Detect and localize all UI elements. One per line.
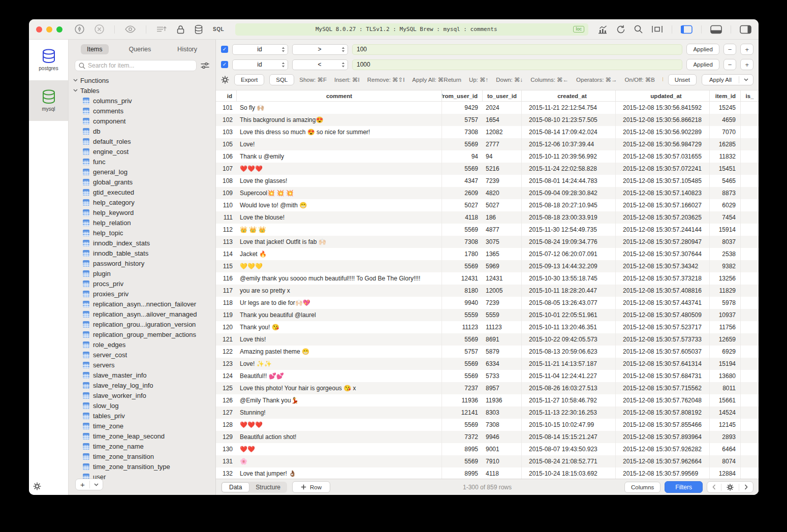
filter-value-input[interactable] — [352, 59, 682, 70]
table-item-slave_worker_info[interactable]: slave_worker_info — [69, 390, 215, 400]
applied-button[interactable]: Applied — [686, 44, 719, 55]
table-item-slow_log[interactable]: slow_log — [69, 400, 215, 411]
cell-item_id[interactable]: 5465 — [710, 175, 741, 187]
cell-item_id[interactable]: 2893 — [710, 431, 741, 443]
cell-item_id[interactable]: 12145 — [710, 419, 741, 431]
cell-id[interactable]: 123 — [216, 358, 237, 370]
cell-id[interactable]: 106 — [216, 150, 237, 163]
cell-to_user_id[interactable]: 4877 — [483, 224, 522, 236]
cell-comment[interactable]: 🌸 — [237, 455, 442, 467]
sql-button[interactable]: SQL — [269, 74, 294, 85]
cell-item_id[interactable]: 11829 — [710, 285, 741, 297]
cell-item_id[interactable]: 12659 — [710, 333, 741, 346]
cell-item_id[interactable]: 8037 — [710, 236, 741, 248]
settings-gear-icon[interactable] — [33, 482, 41, 490]
cell-from_user_id[interactable]: 5569 — [442, 333, 483, 346]
tab-items[interactable]: Items — [81, 44, 109, 54]
table-row[interactable]: 115💛💛💛556959692015-09-13 14:44:32.209201… — [216, 260, 759, 272]
columns-button[interactable]: Columns — [624, 482, 660, 493]
cell-updated_at[interactable]: 2015-12-08 15:30:57.641314 — [616, 358, 710, 370]
cell-from_user_id[interactable]: 5569 — [442, 455, 483, 467]
cell-from_user_id[interactable]: 1780 — [442, 248, 483, 260]
table-item-replication_asyn...ailover_managed[interactable]: replication_asyn...ailover_managed — [69, 309, 215, 319]
cell-updated_at[interactable]: 2015-12-08 15:30:57.893964 — [616, 431, 710, 443]
table-item-func[interactable]: func — [69, 157, 215, 167]
cell-is_[interactable] — [741, 150, 759, 163]
cell-item_id[interactable]: 15661 — [710, 394, 741, 406]
cell-to_user_id[interactable]: 9946 — [483, 431, 522, 443]
table-row[interactable]: 109Supercool💥 💥 💥260948202015-09-04 09:2… — [216, 187, 759, 199]
zoom-window-button[interactable] — [56, 26, 62, 33]
connection-mysql[interactable]: mysql — [29, 80, 68, 121]
cell-is_[interactable] — [741, 443, 759, 455]
table-item-columns_priv[interactable]: columns_priv — [69, 96, 215, 106]
cell-to_user_id[interactable]: 1365 — [483, 248, 522, 260]
cell-comment[interactable]: Love! ✨✨ — [237, 358, 442, 370]
cell-comment[interactable]: Beautiful action shot! — [237, 431, 442, 443]
cell-item_id[interactable]: 8011 — [710, 382, 741, 394]
cell-comment[interactable]: Love this photo! Your hair is gorgeous 😘… — [237, 382, 442, 394]
add-filter-button[interactable]: + — [740, 59, 753, 70]
structure-tab[interactable]: Structure — [249, 483, 287, 492]
cell-to_user_id[interactable]: 7239 — [483, 297, 522, 309]
cell-updated_at[interactable]: 2015-12-08 15:30:57.166027 — [616, 199, 710, 211]
cell-is_[interactable] — [741, 163, 759, 175]
cell-is_[interactable] — [741, 175, 759, 187]
cell-updated_at[interactable]: 2015-12-08 15:30:57.573733 — [616, 333, 710, 346]
cell-updated_at[interactable]: 2015-12-08 15:30:56.841592 — [616, 102, 710, 114]
cell-created_at[interactable]: 2015-08-10 21:23:57.505 — [522, 114, 616, 126]
cell-item_id[interactable]: 13256 — [710, 272, 741, 285]
table-item-default_roles[interactable]: default_roles — [69, 136, 215, 146]
table-row[interactable]: 130❤️❤️899590012015-08-07 19:43:50.92320… — [216, 443, 759, 455]
cell-from_user_id[interactable]: 12431 — [442, 272, 483, 285]
cell-comment[interactable]: Jacket 🔥 — [237, 248, 442, 260]
cell-updated_at[interactable]: 2015-12-08 15:30:57.031655 — [616, 150, 710, 163]
table-row[interactable]: 113Love that jacket! Outfit is fab 🙌🏻730… — [216, 236, 759, 248]
cell-is_[interactable] — [741, 370, 759, 382]
cell-to_user_id[interactable]: 11123 — [483, 321, 522, 333]
close-window-button[interactable] — [36, 26, 42, 33]
unset-button[interactable]: Unset — [668, 74, 697, 85]
cell-is_[interactable] — [741, 102, 759, 114]
cell-item_id[interactable]: 7454 — [710, 211, 741, 224]
cell-updated_at[interactable]: 2015-12-08 15:30:57.443741 — [616, 297, 710, 309]
cell-to_user_id[interactable]: 5559 — [483, 309, 522, 321]
filter-column-select[interactable]: id — [232, 44, 288, 55]
cell-is_[interactable] — [741, 126, 759, 138]
cell-item_id[interactable]: 11832 — [710, 150, 741, 163]
cell-from_user_id[interactable]: 7308 — [442, 236, 483, 248]
cell-comment[interactable]: Thank u @emily — [237, 150, 442, 163]
table-item-server_cost[interactable]: server_cost — [69, 350, 215, 360]
table-row[interactable]: 121Love this!556986912015-10-22 09:42:05… — [216, 333, 759, 346]
table-item-procs_priv[interactable]: procs_priv — [69, 278, 215, 289]
cell-updated_at[interactable]: 2015-12-08 15:30:57.072241 — [616, 163, 710, 175]
cell-updated_at[interactable]: 2015-12-08 15:30:57.203625 — [616, 211, 710, 224]
cell-is_[interactable] — [741, 309, 759, 321]
cell-comment[interactable]: 💛💛💛 — [237, 260, 442, 272]
search-icon[interactable] — [634, 25, 643, 34]
cell-to_user_id[interactable]: 1654 — [483, 114, 522, 126]
cell-id[interactable]: 102 — [216, 114, 237, 126]
cell-id[interactable]: 103 — [216, 126, 237, 138]
disconnect-icon[interactable] — [95, 24, 104, 34]
cell-from_user_id[interactable]: 8995 — [442, 443, 483, 455]
cell-comment[interactable]: ❤️❤️❤️ — [237, 419, 442, 431]
cell-id[interactable]: 125 — [216, 382, 237, 394]
cell-item_id[interactable]: 15914 — [710, 224, 741, 236]
table-item-help_category[interactable]: help_category — [69, 197, 215, 207]
cell-is_[interactable] — [741, 358, 759, 370]
data-tab[interactable]: Data — [222, 482, 249, 492]
table-item-help_keyword[interactable]: help_keyword — [69, 207, 215, 217]
cell-comment[interactable]: Love the glasses! — [237, 175, 442, 187]
cell-is_[interactable] — [741, 406, 759, 419]
table-item-component[interactable]: component — [69, 116, 215, 126]
cell-created_at[interactable]: 2015-09-04 09:28:30.842 — [522, 187, 616, 199]
cell-id[interactable]: 129 — [216, 431, 237, 443]
cell-to_user_id[interactable]: 8303 — [483, 406, 522, 419]
cell-from_user_id[interactable]: 7237 — [442, 382, 483, 394]
cell-item_id[interactable]: 11756 — [710, 321, 741, 333]
filter-settings-icon[interactable] — [201, 62, 209, 69]
remove-filter-button[interactable]: − — [723, 59, 737, 70]
apply-all-button[interactable]: Apply All — [702, 74, 753, 85]
cell-comment[interactable]: @emily thank you soooo much beautiful!!!… — [237, 272, 442, 285]
